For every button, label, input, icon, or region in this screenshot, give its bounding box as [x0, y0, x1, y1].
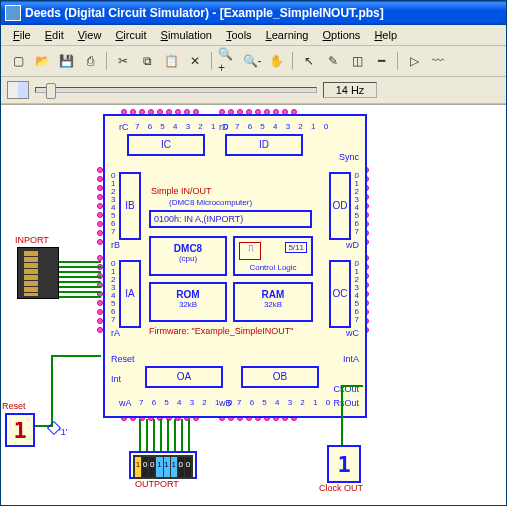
- block-ram: RAM 32kB: [233, 282, 313, 322]
- clock-out-display: 1: [327, 445, 361, 483]
- label-clockout: Clock OUT: [319, 483, 363, 493]
- zoom-in-icon[interactable]: 🔍+: [217, 50, 239, 72]
- label-int: Int: [111, 374, 121, 384]
- copy-icon[interactable]: ⧉: [136, 50, 158, 72]
- block-ctrl-logic: ⎍ 5/11 Control Logic: [233, 236, 313, 276]
- vbits-od: 0 1 2 3 4 5 6 7: [355, 172, 359, 236]
- pan-icon[interactable]: ✋: [265, 50, 287, 72]
- menu-bar: File Edit View Circuit Simulation Tools …: [1, 25, 506, 46]
- component-icon[interactable]: ◫: [346, 50, 368, 72]
- label-outport: OUTPORT: [135, 479, 179, 489]
- label-rc: rC: [119, 122, 129, 132]
- label-inta: IntA: [343, 354, 359, 364]
- label-wd: wD: [346, 240, 359, 250]
- sim-bar: 14 Hz: [1, 77, 506, 104]
- firmware-label: Firmware: "Example_SimpleINOUT": [149, 326, 293, 336]
- menu-view[interactable]: View: [72, 27, 108, 43]
- label-wb: wB: [219, 398, 232, 408]
- freq-slider[interactable]: [35, 87, 317, 93]
- menu-options[interactable]: Options: [316, 27, 366, 43]
- outport-bit-4: 1: [156, 457, 162, 477]
- outport-bit-2: 1: [171, 457, 177, 477]
- wire-icon[interactable]: ━: [370, 50, 392, 72]
- block-rom: ROM 32kB: [149, 282, 227, 322]
- cpu-name: DMC8: [151, 238, 225, 254]
- label-sync: Sync: [339, 152, 359, 162]
- vbits-ia: 0 1 2 3 4 5 6 7: [111, 260, 115, 324]
- rom-name: ROM: [151, 284, 225, 300]
- wire-clock-v: [341, 385, 343, 445]
- block-ib: IB: [119, 172, 141, 240]
- bits-rc: 7 6 5 4 3 2 1 0: [135, 122, 231, 131]
- bits-rd: 7 6 5 4 3 2 1 0: [235, 122, 331, 131]
- open-icon[interactable]: 📂: [31, 50, 53, 72]
- toolbar: ▢ 📂 💾 ⎙ ✂ ⧉ 📋 ✕ 🔍+ 🔍- ✋ ↖ ✎ ◫ ━ ▷ 〰: [1, 46, 506, 77]
- outport-bit-7: 1: [135, 457, 141, 477]
- label-rd: rD: [219, 122, 229, 132]
- wire-reset-h: [51, 355, 101, 357]
- chip-title2: (DMC8 Microcomputer): [169, 198, 252, 207]
- edit-icon[interactable]: ✎: [322, 50, 344, 72]
- outport-bit-1: 0: [178, 457, 184, 477]
- block-oa: OA: [145, 366, 223, 388]
- block-od: OD: [329, 172, 351, 240]
- timing-icon[interactable]: 〰: [427, 50, 449, 72]
- block-id: ID: [225, 134, 303, 156]
- outport-bit-3: 1: [164, 457, 170, 477]
- app-icon: [5, 5, 21, 21]
- block-cpu: DMC8 (cpu): [149, 236, 227, 276]
- label-rsout: RsOut: [333, 398, 359, 408]
- menu-edit[interactable]: Edit: [39, 27, 70, 43]
- clock-icon: ⎍: [239, 242, 261, 260]
- chip-title1: Simple IN/OUT: [151, 186, 212, 196]
- outport-bit-0: 0: [185, 457, 191, 477]
- title-text: Deeds (Digital Circuit Simulator) - [Exa…: [25, 6, 384, 20]
- cut-icon[interactable]: ✂: [112, 50, 134, 72]
- slider-thumb[interactable]: [46, 83, 56, 99]
- run-icon[interactable]: ▷: [403, 50, 425, 72]
- menu-learning[interactable]: Learning: [260, 27, 315, 43]
- menu-help[interactable]: Help: [368, 27, 403, 43]
- label-rb: rB: [111, 240, 120, 250]
- rom-size: 32kB: [151, 300, 225, 309]
- label-wa: wA: [119, 398, 132, 408]
- block-ic: IC: [127, 134, 205, 156]
- outport-bit-5: 0: [149, 457, 155, 477]
- ram-size: 32kB: [235, 300, 311, 309]
- cpu-sub: (cpu): [151, 254, 225, 263]
- instruction-display: 0100h: IN A,(INPORT): [149, 210, 312, 228]
- outport-bit-6: 0: [142, 457, 148, 477]
- wire-inport: [59, 261, 101, 263]
- title-bar: Deeds (Digital Circuit Simulator) - [Exa…: [1, 1, 506, 25]
- inport-switches[interactable]: [17, 247, 59, 299]
- block-oc: OC: [329, 260, 351, 328]
- label-wc: wC: [346, 328, 359, 338]
- bits-wb: 7 6 5 4 3 2 1 0: [237, 398, 333, 407]
- menu-circuit[interactable]: Circuit: [109, 27, 152, 43]
- new-icon[interactable]: ▢: [7, 50, 29, 72]
- menu-simulation[interactable]: Simulation: [155, 27, 218, 43]
- vbits-ib: 0 1 2 3 4 5 6 7: [111, 172, 115, 236]
- canvas[interactable]: rC 7 6 5 4 3 2 1 0 rD 7 6 5 4 3 2 1 0 Sy…: [1, 104, 506, 505]
- label-reset: Reset: [111, 354, 135, 364]
- menu-file[interactable]: File: [7, 27, 37, 43]
- label-inport: INPORT: [15, 235, 49, 245]
- freq-display: 14 Hz: [323, 82, 377, 98]
- label-ra: rA: [111, 328, 120, 338]
- block-ia: IA: [119, 260, 141, 328]
- pointer-icon[interactable]: ↖: [298, 50, 320, 72]
- vbits-oc: 0 1 2 3 4 5 6 7: [355, 260, 359, 324]
- print-icon[interactable]: ⎙: [79, 50, 101, 72]
- save-icon[interactable]: 💾: [55, 50, 77, 72]
- ctrl-label: Control Logic: [235, 263, 311, 272]
- delete-icon[interactable]: ✕: [184, 50, 206, 72]
- block-ob: OB: [241, 366, 319, 388]
- zoom-out-icon[interactable]: 🔍-: [241, 50, 263, 72]
- wire-reset-v: [51, 355, 53, 425]
- paste-icon[interactable]: 📋: [160, 50, 182, 72]
- ram-name: RAM: [235, 284, 311, 300]
- wave-icon[interactable]: [7, 81, 29, 99]
- ctrl-num: 5/11: [285, 242, 307, 253]
- menu-tools[interactable]: Tools: [220, 27, 258, 43]
- reset-button[interactable]: 1: [5, 413, 35, 447]
